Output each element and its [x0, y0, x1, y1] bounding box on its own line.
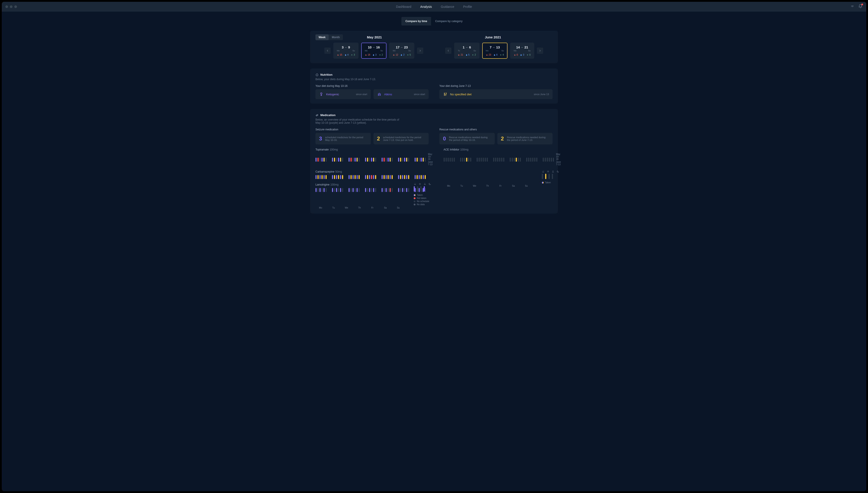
- dose-pill: [340, 175, 341, 179]
- tab-dashboard[interactable]: Dashboard: [396, 5, 411, 8]
- week-card[interactable]: 3–9MoSu1543: [333, 43, 359, 59]
- time-of-day-icons: [542, 170, 559, 173]
- close-dot[interactable]: [5, 5, 8, 8]
- dose-pill: [450, 158, 451, 162]
- titlebar: Dashboard Analysis Guidance Profile: [2, 2, 866, 12]
- med-day: [365, 188, 376, 192]
- dose-pill: [549, 158, 550, 162]
- dose-pill: [350, 188, 352, 192]
- zoom-dot[interactable]: [14, 5, 17, 8]
- week-card[interactable]: 1–6TuSu2152: [454, 43, 479, 59]
- dose-pill: [384, 175, 385, 179]
- medication-subtext: Below, an overview of your medication sc…: [316, 118, 405, 124]
- dose-pill: [398, 158, 399, 162]
- dose-pill: [534, 158, 535, 162]
- fire-stat: 15: [337, 53, 342, 56]
- nutrition-panel: Nutrition Below, your diets during May 1…: [310, 68, 558, 104]
- notifications-button[interactable]: [858, 4, 863, 9]
- diet-pill-none: No specified dietsince June 13: [439, 89, 552, 99]
- week-card[interactable]: 17–23MoSu1225: [389, 43, 414, 59]
- summary-number: 0: [443, 135, 446, 142]
- diet-name: No specified diet: [450, 93, 531, 96]
- nutrition-icon: [316, 73, 319, 77]
- diet-pill-atkins: Atkinssince start: [373, 89, 429, 99]
- wifi-icon[interactable]: [850, 4, 854, 9]
- dose-pill: [402, 188, 403, 192]
- dose-pill: [320, 188, 321, 192]
- dose-pill: [348, 158, 350, 162]
- dose-pill: [518, 158, 519, 162]
- dose-pill: [338, 188, 339, 192]
- seizure-med-header: Seizure medication: [316, 128, 429, 131]
- prev-week-left[interactable]: [324, 47, 331, 54]
- dose-pill: [392, 188, 393, 192]
- next-week-left[interactable]: [417, 47, 423, 54]
- period-left-month: May 2021: [367, 35, 382, 39]
- prev-week-right[interactable]: [445, 47, 451, 54]
- dose-pill: [408, 188, 409, 192]
- dose-legend: TakenNot takenNo scheduleNo data: [414, 194, 433, 206]
- week-card[interactable]: 7–13MoSu2384: [482, 43, 507, 59]
- nutrition-left-header: Your diet during May 10-16: [316, 84, 429, 87]
- med-day: [493, 158, 504, 162]
- dose-pill: [512, 158, 513, 162]
- next-week-right[interactable]: [537, 47, 543, 54]
- med-day: [348, 175, 360, 179]
- dose-pill: [365, 158, 366, 162]
- med-day: [382, 188, 393, 192]
- med-summary-card: 3scheduled medicines for the period May …: [316, 133, 371, 145]
- sun-icon: [547, 170, 549, 173]
- nav-tabs: Dashboard Analysis Guidance Profile: [396, 5, 472, 8]
- summary-desc: Rescue medications needed during the per…: [507, 136, 549, 141]
- dose-pill: [390, 175, 391, 179]
- range-month-button[interactable]: Month: [329, 35, 343, 40]
- tab-analysis[interactable]: Analysis: [420, 5, 432, 8]
- week-card[interactable]: 10–16MoSu1832: [361, 43, 387, 59]
- nutrition-subtext: Below, your diets during May 10-16 and J…: [316, 78, 552, 81]
- dose-pill: [340, 158, 341, 162]
- med-day: [477, 158, 488, 162]
- dose-pill: [390, 158, 391, 162]
- dose-pill: [369, 188, 370, 192]
- dose-pill: [318, 158, 319, 162]
- compare-by-time-button[interactable]: Compare by time: [402, 17, 431, 25]
- period-right-month: June 2021: [485, 35, 501, 39]
- dose-pill: [420, 175, 422, 179]
- dose-pill: [448, 158, 449, 162]
- range-week-button[interactable]: Week: [316, 35, 329, 40]
- fire-stat: 23: [486, 53, 491, 56]
- diet-icon: [319, 92, 324, 97]
- summary-number: 3: [319, 135, 322, 142]
- med-day: [316, 188, 327, 192]
- med-stat: 2: [379, 53, 383, 56]
- dose-pill: [350, 158, 352, 162]
- week-card[interactable]: 14–21MoSu000: [510, 43, 534, 59]
- dose-pill: [342, 175, 343, 179]
- tab-guidance[interactable]: Guidance: [441, 5, 454, 8]
- tab-profile[interactable]: Profile: [463, 5, 472, 8]
- drop-stat: 0: [520, 53, 524, 56]
- dose-pill: [485, 158, 486, 162]
- dose-pill: [468, 158, 469, 162]
- drop-stat: 2: [400, 53, 405, 56]
- dose-pill: [417, 158, 418, 162]
- sunrise-icon: [414, 183, 416, 185]
- dose-pill: [553, 158, 554, 162]
- minimize-dot[interactable]: [10, 5, 13, 8]
- svg-point-4: [419, 184, 420, 185]
- dose-pill: [481, 158, 482, 162]
- dose-pill: [404, 158, 405, 162]
- dose-pill: [406, 175, 407, 179]
- dose-pill: [402, 175, 403, 179]
- med-day: [382, 175, 393, 179]
- dose-pill: [316, 158, 317, 162]
- dose-pill: [545, 158, 546, 162]
- med-day: [415, 158, 426, 162]
- compare-by-category-button[interactable]: Compare by category: [431, 17, 466, 25]
- med-name: ACE Inhibitor100mg: [443, 148, 561, 151]
- dose-pill: [408, 175, 409, 179]
- dose-pill: [418, 158, 420, 162]
- moon-icon: [429, 183, 431, 185]
- dose-pill: [373, 188, 374, 192]
- dose-pill: [332, 188, 333, 192]
